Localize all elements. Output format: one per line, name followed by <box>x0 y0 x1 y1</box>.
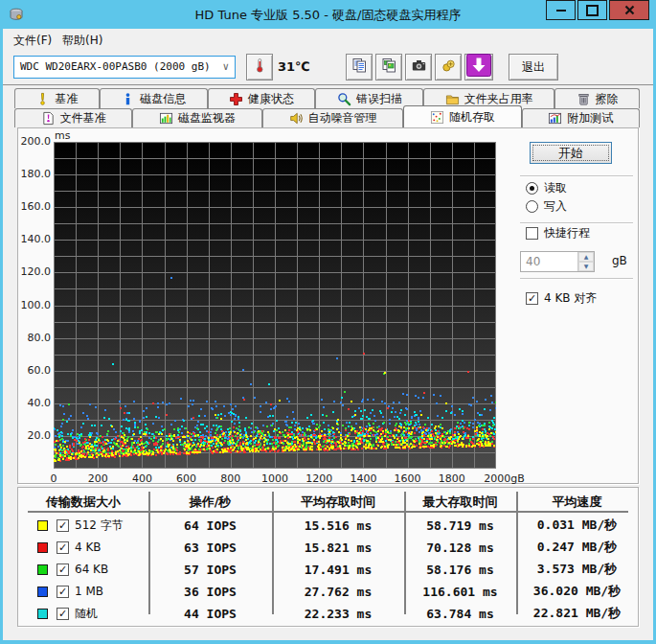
short-stroke-checkbox[interactable] <box>526 227 538 240</box>
tab-label: 文件夹占用率 <box>464 91 533 107</box>
close-button[interactable] <box>609 0 649 20</box>
exit-button[interactable]: 退出 <box>509 54 558 80</box>
series-checkbox[interactable]: ✓ <box>57 586 69 598</box>
y-tick-label: 40.0 <box>18 397 51 409</box>
series-label: 64 KB <box>75 563 108 576</box>
x-tick-label: 400 <box>132 472 152 485</box>
cell-avg: 22.233 ms <box>272 607 404 621</box>
series-label: 随机 <box>75 606 98 622</box>
exit-label: 退出 <box>522 59 545 76</box>
registration-button[interactable] <box>435 54 462 80</box>
table-header: 传输数据大小 操作/秒 平均存取时间 最大存取时间 平均速度 <box>18 494 638 511</box>
x-tick-label: 1000 <box>261 472 288 485</box>
copy-text-button[interactable] <box>346 54 373 80</box>
short-stroke-option[interactable]: 快捷行程 <box>526 225 590 242</box>
x-tick-label: 800 <box>220 472 240 485</box>
align-option[interactable]: ✓ 4 KB 对齐 <box>526 290 597 307</box>
tab-benchmark[interactable]: 基准 <box>14 88 100 108</box>
tab-row-1: 基准磁盘信息健康状态错误扫描文件夹占用率擦除 <box>14 88 640 108</box>
tab-label: 自动噪音管理 <box>308 110 377 126</box>
read-option[interactable]: 读取 <box>526 180 567 196</box>
cell-avg: 27.762 ms <box>272 585 404 599</box>
random-access-panel: ms 200.0180.0160.0140.0120.0100.080.060.… <box>17 127 639 484</box>
cell-max: 58.719 ms <box>404 518 516 533</box>
write-label: 写入 <box>544 198 567 215</box>
x-tick-label: 1600 <box>395 472 421 485</box>
table-row: ✓512 字节64 IOPS15.516 ms58.719 ms0.031 MB… <box>18 517 638 534</box>
minimize-icon <box>556 10 566 12</box>
series-checkbox[interactable]: ✓ <box>57 608 69 620</box>
table-row: ✓1 MB36 IOPS27.762 ms116.601 ms36.020 MB… <box>18 583 638 600</box>
cell-ops: 44 IOPS <box>148 607 272 621</box>
toolbar: WDC WD20EARX-00PASB0 (2000 gB) ∨ 31℃ 退出 <box>3 50 653 85</box>
series-checkbox[interactable]: ✓ <box>57 519 69 532</box>
tab-erase[interactable]: 擦除 <box>554 88 640 108</box>
camera-icon <box>411 58 427 78</box>
tab-file-benchmark[interactable]: 文件基准 <box>14 108 132 127</box>
minimize-button[interactable] <box>546 0 576 20</box>
stepper-down-button[interactable]: ▼ <box>578 262 594 271</box>
menu-file[interactable]: 文件(F) <box>9 32 57 50</box>
series-color-swatch <box>37 564 48 575</box>
cell-avg: 15.516 ms <box>272 518 404 533</box>
series-toggle-cell: ✓64 KB <box>18 563 148 576</box>
toolbar-buttons <box>346 54 493 80</box>
y-tick-label: 120.0 <box>18 265 51 278</box>
tab-disk-monitor[interactable]: 磁盘监视器 <box>132 108 261 127</box>
align-checkbox[interactable]: ✓ <box>526 292 538 305</box>
read-radio[interactable] <box>526 182 538 195</box>
cell-ops: 36 IOPS <box>148 585 272 599</box>
write-radio[interactable] <box>526 200 538 213</box>
short-stroke-label: 快捷行程 <box>544 225 590 242</box>
benchmark-icon <box>35 92 50 106</box>
update-button[interactable] <box>464 54 493 80</box>
tab-disk-info[interactable]: 磁盘信息 <box>100 88 208 108</box>
tab-random-access[interactable]: 随机存取 <box>403 105 521 127</box>
header-avg-access-time: 平均存取时间 <box>272 494 404 511</box>
noise-icon <box>289 111 304 126</box>
series-toggle-cell: ✓随机 <box>18 606 148 622</box>
screenshot-button[interactable] <box>405 54 432 80</box>
temperature-button[interactable] <box>246 54 273 80</box>
copy-image-button[interactable] <box>375 54 402 80</box>
drive-select[interactable]: WDC WD20EARX-00PASB0 (2000 gB) ∨ <box>13 56 236 79</box>
short-stroke-size-stepper[interactable]: 40 ▲ ▼ <box>520 251 595 272</box>
maximize-button[interactable] <box>577 0 607 20</box>
x-tick-label: 200 <box>88 472 108 485</box>
series-color-swatch <box>37 542 48 553</box>
series-label: 4 KB <box>75 540 102 554</box>
series-color-swatch <box>37 520 48 531</box>
table-row: ✓随机44 IOPS22.233 ms63.784 ms22.821 MB/秒 <box>18 605 638 622</box>
x-tick-label: 600 <box>176 472 196 485</box>
table-row: ✓4 KB63 IOPS15.821 ms70.128 ms0.247 MB/秒 <box>18 539 638 556</box>
menu-bar: 文件(F) 帮助(H) <box>3 29 653 50</box>
y-tick-label: 80.0 <box>18 332 51 344</box>
chevron-down-icon: ∨ <box>222 57 229 78</box>
separator <box>520 175 633 177</box>
tab-noise-management[interactable]: 自动噪音管理 <box>262 108 403 127</box>
cell-ops: 64 IOPS <box>148 518 272 533</box>
menu-help[interactable]: 帮助(H) <box>57 32 107 50</box>
tab-label: 健康状态 <box>248 91 294 107</box>
cell-ops: 63 IOPS <box>148 540 272 555</box>
tab-extra-tests[interactable]: 附加测试 <box>522 108 640 127</box>
series-label: 512 字节 <box>75 518 124 534</box>
cell-speed: 0.247 MB/秒 <box>516 539 638 556</box>
read-label: 读取 <box>544 180 567 196</box>
client-area: 文件(F) 帮助(H) WDC WD20EARX-00PASB0 (2000 g… <box>3 29 653 640</box>
tab-health[interactable]: 健康状态 <box>208 88 316 108</box>
title-bar: HD Tune 专业版 5.50 - 硬盘/固态硬盘实用程序 <box>0 0 656 29</box>
series-checkbox[interactable]: ✓ <box>57 541 69 554</box>
tab-label: 随机存取 <box>449 109 495 126</box>
start-button[interactable]: 开始 <box>530 142 612 164</box>
tab-label: 擦除 <box>596 91 619 107</box>
disk-info-icon <box>121 92 135 106</box>
cell-speed: 3.573 MB/秒 <box>516 561 638 578</box>
series-checkbox[interactable]: ✓ <box>57 564 69 576</box>
y-tick-label: 20.0 <box>18 429 51 442</box>
series-color-swatch <box>37 609 48 619</box>
write-option[interactable]: 写入 <box>526 198 567 215</box>
separator <box>520 278 633 280</box>
tab-label: 基准 <box>55 91 78 107</box>
stepper-up-button[interactable]: ▲ <box>578 252 594 262</box>
